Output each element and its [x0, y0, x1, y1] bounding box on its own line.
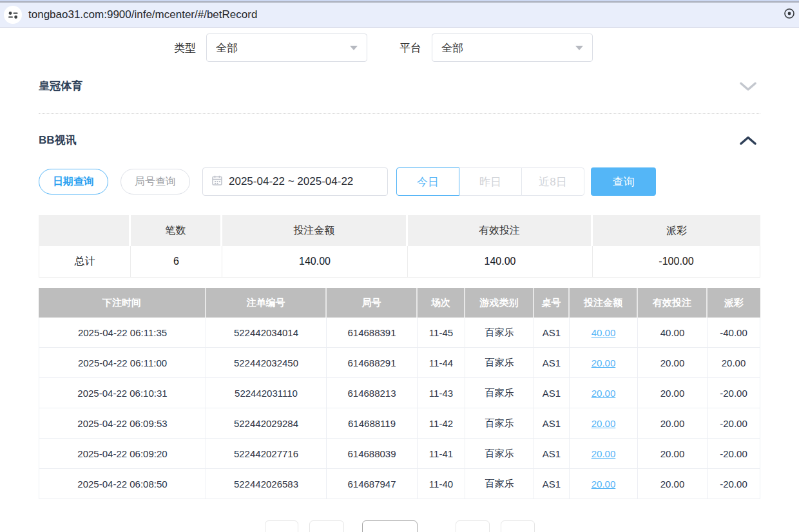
platform-filter-select[interactable]: 全部: [432, 33, 593, 62]
quick-range-yesterday-button[interactable]: 昨日: [459, 167, 522, 196]
filter-row: 类型 全部 平台 全部: [39, 33, 760, 62]
bet-amount-link[interactable]: 20.00: [592, 388, 616, 399]
section-bb-title: BB视讯: [39, 133, 77, 147]
cell-table-no: AS1: [534, 378, 570, 408]
cell-payout: 20.00: [708, 348, 760, 378]
round-query-tab-label: 局号查询: [135, 175, 176, 189]
cell-time: 2025-04-22 06:10:31: [39, 378, 206, 408]
date-range-value: 2025-04-22 ~ 2025-04-22: [229, 175, 353, 188]
round-query-tab[interactable]: 局号查询: [120, 169, 190, 195]
date-query-tab-label: 日期查询: [53, 175, 94, 189]
cell-time: 2025-04-22 06:09:53: [39, 408, 206, 439]
summary-total-label: 总计: [39, 246, 131, 278]
cell-table-no: AS1: [534, 439, 570, 469]
type-filter-select[interactable]: 全部: [206, 33, 367, 62]
section-crown-sports[interactable]: 皇冠体育: [39, 62, 760, 114]
cell-valid-bet: 40.00: [638, 318, 708, 348]
cell-table-no: AS1: [534, 318, 570, 348]
bets-header-bet-amount: 投注金额: [570, 288, 638, 318]
cell-session: 11-42: [418, 408, 465, 439]
cell-order-no: 522442032450: [206, 348, 327, 378]
cell-session: 11-41: [418, 439, 465, 469]
type-filter-label: 类型: [174, 41, 196, 55]
cell-payout: -20.00: [708, 469, 760, 499]
chevron-down-icon: [575, 46, 583, 50]
cell-valid-bet: 20.00: [638, 378, 708, 408]
platform-filter-value: 全部: [441, 41, 463, 55]
cell-game: 百家乐: [465, 469, 534, 499]
cell-game: 百家乐: [465, 378, 534, 408]
pagination-next-button[interactable]: [456, 520, 490, 532]
pagination-prev-button[interactable]: [309, 520, 344, 532]
pagination-page-input[interactable]: [362, 520, 418, 532]
chevron-down-icon[interactable]: [740, 82, 760, 91]
summary-header-bet-amount: 投注金额: [222, 215, 408, 246]
table-row: 2025-04-22 06:09:53 522442029284 6146881…: [39, 408, 760, 439]
section-crown-title: 皇冠体育: [39, 79, 82, 93]
cell-session: 11-40: [418, 469, 465, 499]
cell-time: 2025-04-22 06:11:00: [39, 348, 206, 378]
browser-address-bar[interactable]: tongbao31.com:9900/infe/mcenter/#/betRec…: [0, 3, 799, 28]
date-range-input[interactable]: 2025-04-22 ~ 2025-04-22: [202, 167, 388, 196]
bet-amount-link[interactable]: 20.00: [592, 357, 616, 368]
pagination-last-button[interactable]: [501, 520, 535, 532]
section-bb-video[interactable]: BB视讯: [39, 114, 760, 147]
cell-session: 11-43: [418, 378, 465, 408]
url-text[interactable]: tongbao31.com:9900/infe/mcenter/#/betRec…: [28, 8, 257, 21]
target-icon[interactable]: [784, 8, 795, 22]
cell-payout: -20.00: [708, 408, 760, 439]
cell-game: 百家乐: [465, 408, 534, 439]
cell-payout: -20.00: [708, 439, 760, 469]
chevron-up-icon[interactable]: [740, 136, 760, 146]
cell-round-no: 614688213: [327, 378, 418, 408]
cell-round-no: 614687947: [327, 469, 418, 499]
bets-header-time: 下注时间: [39, 288, 206, 318]
bets-header-round-no: 局号: [327, 288, 418, 318]
pagination: [39, 520, 760, 532]
bets-header-payout: 派彩: [708, 288, 760, 318]
quick-range-today-button[interactable]: 今日: [396, 167, 459, 196]
quick-range-yesterday-label: 昨日: [479, 175, 501, 189]
quick-range-group: 今日 昨日 近8日: [396, 167, 584, 196]
date-query-tab[interactable]: 日期查询: [39, 169, 108, 195]
cell-game: 百家乐: [465, 318, 534, 348]
cell-payout: -20.00: [708, 378, 760, 408]
table-row: 2025-04-22 06:08:50 522442026583 6146879…: [39, 469, 760, 499]
cell-valid-bet: 20.00: [638, 469, 708, 499]
query-controls: 日期查询 局号查询 2025-04-22 ~ 2025-04-22: [39, 167, 760, 196]
bets-header-game: 游戏类别: [465, 288, 534, 318]
bet-amount-link[interactable]: 20.00: [592, 448, 616, 459]
site-settings-icon[interactable]: [4, 6, 22, 24]
bets-header-row: 下注时间 注单编号 局号 场次 游戏类别 桌号 投注金额 有效投注 派彩: [39, 288, 760, 318]
cell-round-no: 614688039: [327, 439, 418, 469]
bet-records-table: 下注时间 注单编号 局号 场次 游戏类别 桌号 投注金额 有效投注 派彩 202…: [39, 288, 760, 499]
bets-header-order-no: 注单编号: [206, 288, 327, 318]
summary-total-payout: -100.00: [593, 246, 760, 278]
bets-header-session: 场次: [418, 288, 465, 318]
summary-table: 笔数 投注金额 有效投注 派彩 总计 6 140.00 140.00 -100.…: [39, 215, 760, 278]
bet-amount-link[interactable]: 40.00: [592, 327, 616, 338]
table-row: 2025-04-22 06:11:00 522442032450 6146882…: [39, 348, 760, 378]
search-button[interactable]: 查询: [591, 167, 656, 196]
quick-range-last8-label: 近8日: [539, 175, 566, 189]
cell-table-no: AS1: [534, 469, 570, 499]
summary-total-bet-amount: 140.00: [222, 246, 408, 278]
quick-range-last8-button[interactable]: 近8日: [521, 167, 584, 196]
cell-time: 2025-04-22 06:08:50: [39, 469, 206, 499]
cell-payout: -40.00: [708, 318, 760, 348]
cell-table-no: AS1: [534, 408, 570, 439]
cell-game: 百家乐: [465, 348, 534, 378]
cell-order-no: 522442029284: [206, 408, 327, 439]
cell-order-no: 522442031110: [206, 378, 327, 408]
summary-header-empty: [39, 215, 131, 246]
bet-amount-link[interactable]: 20.00: [592, 418, 616, 429]
cell-valid-bet: 20.00: [638, 408, 708, 439]
table-row: 2025-04-22 06:10:31 522442031110 6146882…: [39, 378, 760, 408]
cell-order-no: 522442034014: [206, 318, 327, 348]
pagination-first-button[interactable]: [265, 520, 298, 532]
cell-order-no: 522442026583: [206, 469, 327, 499]
bet-amount-link[interactable]: 20.00: [592, 479, 616, 489]
cell-table-no: AS1: [534, 348, 570, 378]
cell-valid-bet: 20.00: [638, 348, 708, 378]
platform-filter-label: 平台: [400, 41, 421, 55]
